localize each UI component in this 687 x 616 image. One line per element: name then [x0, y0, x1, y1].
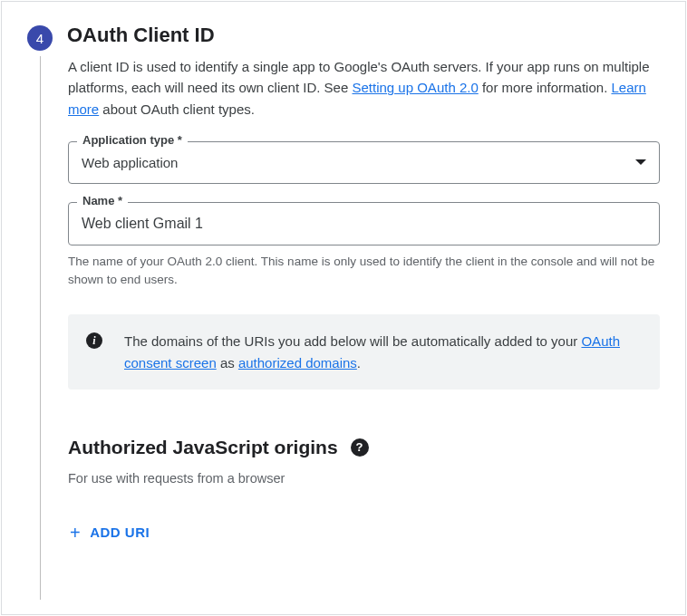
application-type-label: Application type *	[77, 133, 188, 147]
add-uri-button[interactable]: + ADD URI	[68, 518, 151, 547]
link-setting-up-oauth[interactable]: Setting up OAuth 2.0	[352, 80, 478, 95]
authorized-origins-description: For use with requests from a browser	[68, 471, 660, 486]
authorized-origins-title: Authorized JavaScript origins ?	[68, 437, 660, 458]
info-text: The domains of the URIs you add below wi…	[124, 331, 642, 373]
name-label: Name *	[77, 194, 128, 207]
application-type-select[interactable]: Web application	[68, 141, 660, 184]
name-field: Name *	[68, 202, 660, 245]
section-title: OAuth Client ID	[67, 24, 660, 47]
application-type-value: Web application	[82, 155, 178, 170]
step-number-badge: 4	[27, 25, 53, 51]
info-box: i The domains of the URIs you add below …	[68, 314, 660, 390]
link-authorized-domains[interactable]: authorized domains	[238, 355, 357, 371]
info-icon: i	[86, 332, 102, 349]
application-type-field: Application type * Web application	[68, 141, 660, 184]
plus-icon: +	[70, 524, 81, 542]
oauth-client-id-panel: 4 OAuth Client ID A client ID is used to…	[1, 1, 686, 615]
name-input[interactable]	[68, 202, 660, 245]
help-icon[interactable]: ?	[351, 438, 369, 457]
section-description: A client ID is used to identify a single…	[68, 56, 660, 120]
chevron-down-icon	[635, 159, 646, 165]
name-helper-text: The name of your OAuth 2.0 client. This …	[68, 253, 660, 290]
add-uri-label: ADD URI	[90, 525, 150, 540]
